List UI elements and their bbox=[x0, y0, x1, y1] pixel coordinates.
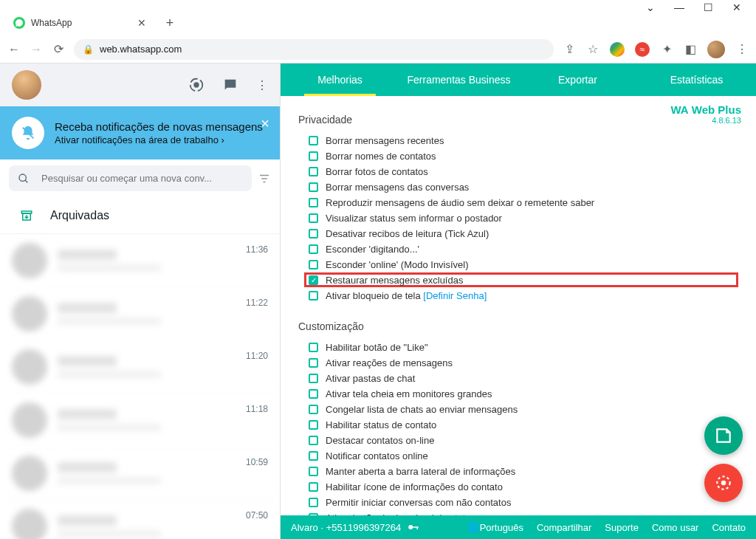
custom-option[interactable]: Ativar reações de mensagens bbox=[309, 355, 738, 370]
privacy-option[interactable]: Borrar mensagens recentes bbox=[309, 133, 738, 148]
checkbox-icon[interactable] bbox=[309, 244, 318, 254]
footer-lang[interactable]: 🌐 Português bbox=[467, 522, 523, 533]
checkbox-icon[interactable] bbox=[309, 420, 318, 430]
checkbox-icon[interactable] bbox=[309, 374, 318, 383]
checkbox-icon[interactable] bbox=[309, 498, 318, 507]
new-tab-button[interactable]: + bbox=[159, 13, 180, 33]
privacy-option[interactable]: ✓Restaurar mensagens excluídas bbox=[304, 272, 738, 287]
address-bar[interactable]: 🔒 web.whatsapp.com bbox=[74, 39, 554, 60]
notif-close-icon[interactable]: × bbox=[261, 115, 269, 132]
checkbox-icon[interactable] bbox=[309, 229, 318, 238]
chat-item[interactable] bbox=[0, 340, 280, 394]
privacy-option[interactable]: Visualizar status sem informar o postado… bbox=[309, 210, 738, 225]
privacy-option[interactable]: Esconder 'online' (Modo Invisível) bbox=[309, 257, 738, 272]
checkbox-icon[interactable] bbox=[309, 358, 318, 368]
toolbar-right: ⇪ ☆ ≈ ✦ ◧ ⋮ bbox=[563, 41, 749, 58]
checkbox-icon[interactable] bbox=[309, 260, 318, 270]
checkbox-icon[interactable]: ✓ bbox=[309, 275, 318, 285]
settings-fab[interactable] bbox=[704, 464, 743, 502]
footer-link[interactable]: Suporte bbox=[605, 522, 639, 533]
footer-link[interactable]: Compartilhar bbox=[537, 522, 591, 533]
chat-item[interactable] bbox=[0, 500, 280, 539]
share-icon[interactable]: ⇪ bbox=[563, 42, 576, 56]
extensions-puzzle-icon[interactable]: ✦ bbox=[660, 42, 673, 56]
browser-menu-icon[interactable]: ⋮ bbox=[735, 42, 749, 56]
chat-item[interactable] bbox=[0, 447, 280, 500]
option-link[interactable]: [Definir Senha] bbox=[421, 290, 487, 301]
custom-option[interactable]: Habilitar ícone de informações do contat… bbox=[309, 479, 738, 494]
window-close-icon[interactable]: ✕ bbox=[732, 1, 741, 13]
search-input[interactable] bbox=[41, 173, 243, 184]
webplus-tab[interactable]: Exportar bbox=[518, 63, 637, 96]
privacy-option[interactable]: Reproduzir mensagens de áudio sem deixar… bbox=[309, 195, 738, 210]
browser-tab[interactable]: WhatsApp ✕ bbox=[6, 10, 154, 35]
privacy-option[interactable]: Ativar bloqueio de tela [Definir Senha] bbox=[309, 288, 738, 303]
webplus-tab[interactable]: Estatísticas bbox=[637, 63, 756, 96]
checkbox-icon[interactable] bbox=[309, 291, 318, 301]
checkbox-icon[interactable] bbox=[309, 343, 318, 352]
new-chat-icon[interactable] bbox=[222, 77, 238, 93]
checkbox-icon[interactable] bbox=[309, 467, 318, 476]
chat-avatar bbox=[12, 402, 47, 438]
custom-option[interactable]: Destacar contatos on-line bbox=[309, 433, 738, 447]
webplus-tab[interactable]: Melhorias bbox=[281, 63, 399, 96]
search-icon bbox=[18, 173, 30, 185]
checkbox-icon[interactable] bbox=[309, 436, 318, 445]
checkbox-icon[interactable] bbox=[309, 151, 318, 161]
browser-tab-title: WhatsApp bbox=[31, 18, 137, 28]
checkbox-icon[interactable] bbox=[309, 182, 318, 192]
svg-line-4 bbox=[25, 180, 27, 182]
option-label: Borrar mensagens das conversas bbox=[326, 182, 469, 193]
privacy-option[interactable]: Esconder 'digitando...' bbox=[309, 241, 738, 256]
checkbox-icon[interactable] bbox=[309, 213, 318, 223]
checkbox-icon[interactable] bbox=[309, 482, 318, 492]
window-caret-down-icon[interactable]: ⌄ bbox=[646, 1, 655, 13]
custom-option[interactable]: Ativar tela cheia em monitores grandes bbox=[309, 386, 738, 401]
notif-action-link[interactable]: Ativar notificações na área de trabalho … bbox=[55, 134, 268, 145]
nav-forward-icon[interactable]: → bbox=[30, 43, 43, 56]
filter-icon[interactable] bbox=[258, 172, 271, 185]
checkbox-icon[interactable] bbox=[309, 136, 318, 145]
status-icon[interactable] bbox=[188, 77, 205, 93]
whatsapp-favicon-icon bbox=[13, 17, 25, 29]
chat-item[interactable] bbox=[0, 234, 280, 287]
checkbox-icon[interactable] bbox=[309, 451, 318, 461]
search-box[interactable] bbox=[9, 165, 252, 191]
custom-option[interactable]: Manter aberta a barra lateral de informa… bbox=[309, 464, 738, 478]
footer-link[interactable]: Como usar bbox=[652, 522, 699, 533]
my-profile-avatar[interactable] bbox=[12, 70, 41, 100]
privacy-option[interactable]: Desativar recibos de leitura (Tick Azul) bbox=[309, 226, 738, 241]
nav-reload-icon[interactable]: ⟳ bbox=[52, 42, 65, 56]
checkbox-icon[interactable] bbox=[309, 198, 318, 207]
browser-tab-bar: WhatsApp ✕ + bbox=[0, 9, 756, 35]
custom-option[interactable]: Habilitar status de contato bbox=[309, 417, 738, 432]
chat-item[interactable] bbox=[0, 394, 280, 447]
menu-dots-icon[interactable]: ⋮ bbox=[256, 78, 268, 92]
chat-item[interactable] bbox=[0, 287, 280, 340]
privacy-option[interactable]: Borrar nomes de contatos bbox=[309, 148, 738, 163]
profile-avatar-icon[interactable] bbox=[707, 41, 725, 58]
checkbox-icon[interactable] bbox=[309, 167, 318, 176]
privacy-option[interactable]: Borrar mensagens das conversas bbox=[309, 179, 738, 194]
custom-option[interactable]: Notificar contatos online bbox=[309, 448, 738, 463]
footer-link[interactable]: Contato bbox=[712, 522, 746, 533]
custom-option[interactable]: Habilitar botão de "Like" bbox=[309, 340, 738, 354]
checkbox-icon[interactable] bbox=[309, 405, 318, 414]
window-minimize-icon[interactable]: — bbox=[674, 1, 684, 13]
custom-option[interactable]: Permitir iniciar conversas com não conta… bbox=[309, 495, 738, 509]
extension-2-icon[interactable]: ≈ bbox=[635, 42, 650, 57]
nav-back-icon[interactable]: ← bbox=[7, 43, 21, 56]
sticker-fab[interactable] bbox=[704, 416, 743, 455]
window-maximize-icon[interactable]: ☐ bbox=[704, 1, 713, 13]
archived-row[interactable]: Arquivadas bbox=[0, 197, 280, 234]
sidepanel-icon[interactable]: ◧ bbox=[684, 42, 697, 56]
tab-close-icon[interactable]: ✕ bbox=[137, 17, 146, 29]
custom-option[interactable]: Congelar lista de chats ao enviar mensag… bbox=[309, 402, 738, 416]
checkbox-icon[interactable] bbox=[309, 389, 318, 399]
bookmark-star-icon[interactable]: ☆ bbox=[586, 42, 599, 56]
privacy-option[interactable]: Borrar fotos de contatos bbox=[309, 164, 738, 179]
extension-1-icon[interactable] bbox=[610, 42, 625, 57]
option-label: Borrar fotos de contatos bbox=[326, 166, 428, 177]
custom-option[interactable]: Ativar pastas de chat bbox=[309, 371, 738, 385]
webplus-tab[interactable]: Ferramentas Business bbox=[399, 63, 518, 96]
